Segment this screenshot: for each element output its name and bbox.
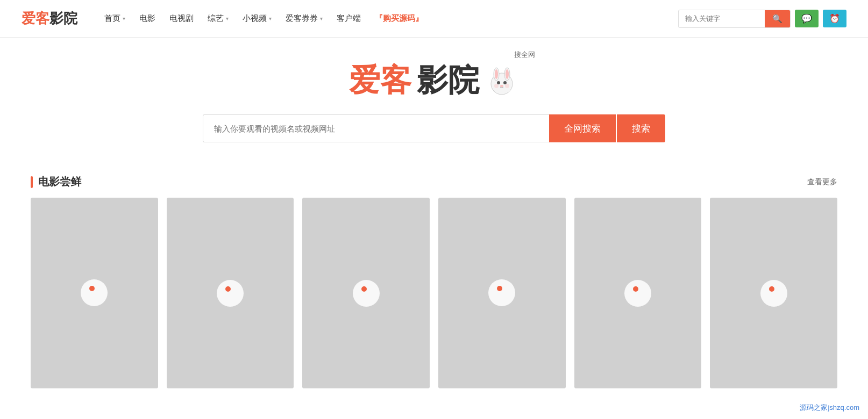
hero-section: 搜全网 爱客影院: [0, 38, 868, 158]
site-logo[interactable]: 爱客影院: [22, 9, 77, 28]
movie-card[interactable]: [302, 198, 430, 388]
loading-spinner: [353, 280, 380, 307]
nav-buy-source[interactable]: 『购买源码』: [369, 11, 429, 26]
section-header: 电影尝鲜 查看更多: [31, 175, 837, 189]
history-button[interactable]: ⏰: [823, 10, 846, 27]
movie-grid: [31, 198, 837, 388]
loading-spinner: [81, 279, 108, 306]
logo-text-ying: 影院: [49, 10, 77, 26]
svg-point-8: [494, 84, 499, 88]
nav-variety[interactable]: 综艺 ▾: [202, 11, 234, 26]
movie-section: 电影尝鲜 查看更多: [15, 175, 853, 388]
chevron-down-icon: ▾: [226, 16, 229, 21]
hero-logo: 爱客影院: [349, 60, 519, 102]
chevron-down-icon: ▾: [320, 16, 323, 21]
svg-point-4: [506, 69, 509, 79]
nav-short-video[interactable]: 小视频 ▾: [237, 11, 277, 26]
search-icon: 🔍: [772, 14, 782, 23]
quanwang-search-button[interactable]: 全网搜索: [549, 114, 616, 142]
movie-thumbnail: [574, 198, 702, 388]
nav-home[interactable]: 首页 ▾: [99, 11, 131, 26]
loading-spinner: [488, 279, 515, 306]
nav-tvshow[interactable]: 电视剧: [164, 11, 199, 26]
loader-dot: [633, 286, 638, 292]
hero-search-input[interactable]: [203, 114, 549, 142]
loader-dot: [497, 286, 502, 291]
loader-dot: [89, 286, 95, 291]
nav-client[interactable]: 客户端: [331, 11, 366, 26]
movie-thumbnail: [167, 198, 294, 388]
chevron-down-icon: ▾: [269, 16, 272, 21]
wechat-icon: 💬: [801, 14, 812, 23]
header-search-button[interactable]: 🔍: [765, 10, 790, 27]
title-bar-decoration: [31, 176, 33, 188]
hero-logo-dark: 影院: [417, 60, 479, 102]
view-more-link[interactable]: 查看更多: [807, 177, 837, 187]
clock-icon: ⏰: [829, 14, 840, 23]
nav-movie[interactable]: 电影: [134, 11, 161, 26]
logo-text-ai: 爱客: [22, 10, 49, 26]
rabbit-mascot: [485, 63, 519, 98]
loader-dot: [225, 286, 231, 292]
header: 爱客影院 首页 ▾ 电影 电视剧 综艺 ▾ 小视频 ▾ 爱客券券 ▾ 客户端 『…: [0, 0, 868, 38]
loading-spinner: [217, 280, 244, 307]
movie-card[interactable]: [710, 198, 837, 388]
svg-point-9: [505, 84, 509, 88]
svg-point-2: [495, 69, 498, 79]
movie-thumbnail: [438, 198, 566, 388]
header-search-input[interactable]: [679, 11, 765, 26]
movie-thumbnail: [710, 198, 837, 388]
movie-card[interactable]: [574, 198, 702, 388]
loading-spinner: [624, 280, 651, 307]
hero-logo-red: 爱客: [349, 60, 411, 102]
hero-search-area: 全网搜索 搜索: [203, 114, 665, 142]
nav-coupon[interactable]: 爱客券券 ▾: [280, 11, 328, 26]
movie-card[interactable]: [31, 198, 158, 388]
section-title: 电影尝鲜: [31, 175, 81, 189]
movie-thumbnail: [31, 198, 158, 388]
movie-thumbnail: [302, 198, 430, 388]
svg-point-5: [497, 81, 500, 84]
hero-above-label: 搜全网: [514, 50, 535, 60]
sousuo-button[interactable]: 搜索: [617, 114, 665, 142]
main-nav: 首页 ▾ 电影 电视剧 综艺 ▾ 小视频 ▾ 爱客券券 ▾ 客户端 『购买源码』: [99, 11, 678, 26]
loader-dot: [361, 286, 367, 292]
svg-point-6: [503, 81, 507, 84]
loading-spinner: [760, 280, 787, 307]
movie-card[interactable]: [438, 198, 566, 388]
loader-dot: [769, 286, 774, 292]
movie-card[interactable]: [167, 198, 294, 388]
header-search-box: 🔍: [678, 10, 791, 28]
svg-point-7: [500, 85, 503, 87]
wechat-button[interactable]: 💬: [795, 10, 819, 27]
chevron-down-icon: ▾: [123, 16, 125, 21]
header-right: 🔍 💬 ⏰: [678, 10, 846, 28]
